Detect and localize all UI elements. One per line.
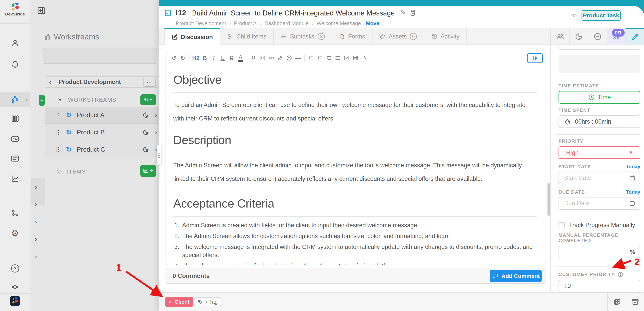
mini-expand-chevron[interactable]: › xyxy=(35,252,37,260)
profile-icon[interactable] xyxy=(0,38,30,48)
table-icon[interactable] xyxy=(351,54,360,62)
stats-pie-icon[interactable] xyxy=(142,112,149,118)
notifications-icon[interactable] xyxy=(0,59,30,68)
mini-add-button[interactable]: + xyxy=(39,95,45,106)
underline-button[interactable]: U xyxy=(218,54,227,62)
tab-forms[interactable]: Forms xyxy=(332,28,372,45)
items-section-row[interactable]: ▽ ITEMS + xyxy=(45,162,158,181)
track-progress-checkbox[interactable] xyxy=(558,222,565,228)
open-chevron-icon[interactable]: › xyxy=(155,112,157,119)
mini-expand-chevron[interactable]: › xyxy=(35,235,37,243)
add-item-button[interactable]: + xyxy=(140,165,156,177)
tab-assets[interactable]: Assets 0 xyxy=(372,28,424,45)
horizontal-rule-icon[interactable]: — xyxy=(294,54,302,62)
strikethrough-button[interactable]: S xyxy=(227,54,236,62)
back-chevron-icon[interactable]: ‹ xyxy=(49,78,52,86)
mini-expand-chevron[interactable]: › xyxy=(35,218,37,225)
stats-pie-icon[interactable] xyxy=(142,129,149,136)
code-block-icon[interactable] xyxy=(258,54,267,62)
checklist-icon[interactable] xyxy=(342,54,351,62)
start-today-link[interactable]: Today xyxy=(626,164,640,170)
tab-activity[interactable]: Activity xyxy=(424,28,467,45)
workstreams-search[interactable] xyxy=(43,48,157,64)
move-link[interactable]: Move xyxy=(366,20,379,26)
breadcrumb-item[interactable]: Product Development xyxy=(176,20,226,26)
copy-link-icon[interactable] xyxy=(409,9,416,17)
search-input[interactable] xyxy=(43,48,157,64)
collapse-panel-icon[interactable] xyxy=(37,6,46,15)
due-today-link[interactable]: Today xyxy=(626,189,640,195)
remove-tag-icon[interactable]: × xyxy=(169,299,172,305)
ai-assist-button[interactable] xyxy=(527,54,543,63)
tab-child-items[interactable]: Child Items xyxy=(220,28,274,45)
start-date-input[interactable] xyxy=(559,174,623,182)
info-icon[interactable] xyxy=(618,272,623,277)
add-comment-button[interactable]: Add Comment xyxy=(490,270,542,282)
planning-icon[interactable] xyxy=(0,134,30,144)
tag-client[interactable]: × Client xyxy=(165,297,194,307)
ordered-list-icon[interactable] xyxy=(324,54,334,62)
reports-icon[interactable] xyxy=(0,174,30,183)
blockquote-icon[interactable]: ” xyxy=(249,54,258,62)
devstride-logo[interactable] xyxy=(0,2,30,12)
panel-resize-handle[interactable]: •••••• xyxy=(157,145,162,165)
clear-format-icon[interactable] xyxy=(360,54,369,62)
tab-workflow[interactable]: 0/1 xyxy=(607,28,626,45)
collapse-caret-icon[interactable]: ▽ xyxy=(57,169,61,175)
watch-eye-icon[interactable] xyxy=(570,11,578,19)
customer-priority-field[interactable] xyxy=(558,280,640,292)
drag-handle-icon[interactable]: •••••• xyxy=(56,146,59,152)
layers-icon[interactable] xyxy=(0,283,30,291)
edit-title-icon[interactable]: ✎ xyxy=(400,8,406,17)
archive-item-button[interactable] xyxy=(626,293,644,311)
italic-button[interactable]: I xyxy=(209,54,218,62)
breadcrumb-item[interactable]: Product A xyxy=(234,20,257,26)
help-icon[interactable]: ? xyxy=(0,264,30,273)
text-color-button[interactable]: A xyxy=(236,54,245,62)
mini-expand-chevron[interactable]: › xyxy=(35,183,37,190)
boards-icon[interactable] xyxy=(0,114,30,124)
time-spent-field[interactable]: 00hrs : 00min xyxy=(558,115,640,128)
breadcrumb-item[interactable]: Dashboard Module xyxy=(264,20,309,26)
tab-blockers[interactable] xyxy=(588,28,607,45)
outdent-icon[interactable] xyxy=(316,54,324,62)
workstreams-section-row[interactable]: ▼ WORKSTREAMS ↻+ xyxy=(45,94,158,106)
priority-select[interactable]: High ▼ xyxy=(558,146,640,159)
link-icon[interactable] xyxy=(276,54,285,62)
add-time-estimate-button[interactable]: Time xyxy=(558,91,640,104)
vertical-scrollbar[interactable] xyxy=(548,183,550,216)
tab-progress[interactable] xyxy=(569,28,588,45)
duplicate-item-button[interactable] xyxy=(607,293,626,311)
workstream-row-product-c[interactable]: •••••• ↻ Product C › xyxy=(45,141,158,158)
due-date-field[interactable] xyxy=(558,197,640,210)
customer-priority-input[interactable] xyxy=(559,282,623,290)
manual-percentage-input[interactable] xyxy=(559,248,623,256)
drag-handle-icon[interactable]: •••••• xyxy=(56,112,59,118)
workstream-row-product-b[interactable]: •••••• ↻ Product B › xyxy=(45,124,158,141)
editor-content[interactable]: Objective To build an Admin Screen our c… xyxy=(166,64,546,265)
calendar-icon[interactable] xyxy=(629,175,636,181)
task-title[interactable]: Build Admin Screen to Define CRM-integra… xyxy=(192,9,395,17)
item-type-badge[interactable]: Product Task xyxy=(582,10,620,21)
settings-gear-icon[interactable]: ⚙ xyxy=(0,228,30,238)
emoji-icon[interactable] xyxy=(285,54,294,62)
tab-members[interactable] xyxy=(550,28,569,45)
more-options-button[interactable]: ••• xyxy=(143,78,156,87)
due-date-input[interactable] xyxy=(559,200,623,207)
collapse-caret-icon[interactable]: ▼ xyxy=(58,97,62,102)
track-progress-row[interactable]: Track Progress Manually xyxy=(558,222,640,228)
manual-percentage-field[interactable]: % xyxy=(558,246,640,258)
cards-icon[interactable] xyxy=(0,154,30,163)
clipped-field[interactable] xyxy=(558,45,640,50)
add-tag-button[interactable]: + Tag xyxy=(194,298,221,306)
start-date-field[interactable] xyxy=(558,172,640,184)
bullet-list-icon[interactable] xyxy=(334,54,342,62)
stats-pie-icon[interactable] xyxy=(142,146,149,153)
tab-subtasks[interactable]: Subtasks 3 xyxy=(274,28,332,45)
drag-handle-icon[interactable]: •••••• xyxy=(56,130,59,135)
open-chevron-icon[interactable]: › xyxy=(155,129,157,136)
tab-eyedropper[interactable] xyxy=(626,28,644,45)
undo-icon[interactable]: ↺ xyxy=(170,54,178,62)
automations-icon[interactable] xyxy=(0,209,30,218)
indent-icon[interactable] xyxy=(307,54,316,62)
